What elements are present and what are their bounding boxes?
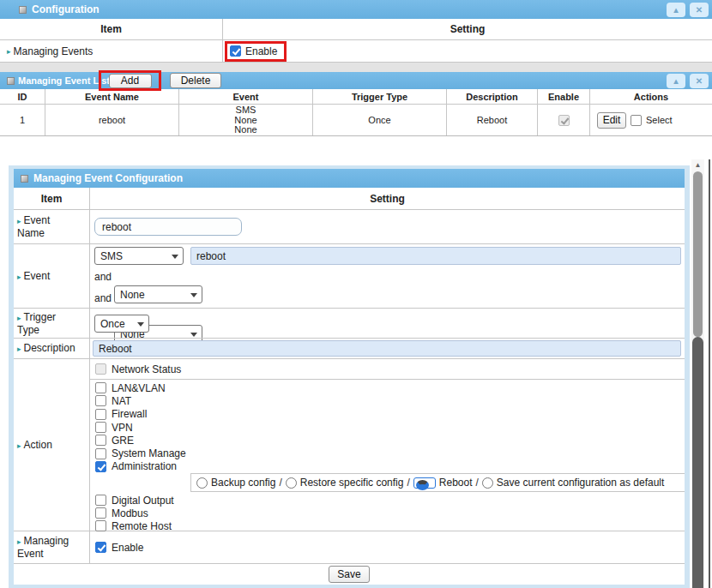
bullet-icon: ▸ <box>17 345 21 353</box>
firewall-checkbox[interactable] <box>95 409 106 420</box>
event-list-row: 1 reboot SMS None None Once Reboot Edit … <box>0 105 712 136</box>
save-row: Save <box>14 564 685 585</box>
action-label-cell: ▸Action <box>14 359 90 531</box>
reboot-radio[interactable] <box>413 477 436 489</box>
event-value-input[interactable]: reboot <box>190 247 681 265</box>
backup-config-label: Backup config <box>211 477 275 489</box>
delete-button[interactable]: Delete <box>170 73 221 88</box>
digital-output-label: Digital Output <box>112 495 174 507</box>
administration-options-row: Backup config / Restore specific config … <box>190 473 685 492</box>
row-id: 1 <box>0 105 45 135</box>
close-glyph: ✕ <box>696 76 703 86</box>
select-checkbox[interactable] <box>631 115 642 126</box>
event-config-table-header: Item Setting <box>14 188 685 210</box>
scrollbar-thumb[interactable] <box>693 171 703 337</box>
close-icon[interactable]: ✕ <box>690 3 709 17</box>
bullet-icon: ▸ <box>17 314 21 322</box>
collapse-icon[interactable]: ▴ <box>667 3 685 17</box>
config-col-item: Item <box>14 188 90 209</box>
action-tail-group: Digital Output Modbus Remote Host <box>90 493 685 531</box>
backup-config-radio[interactable] <box>196 477 208 489</box>
scroll-up-icon[interactable]: ▲ <box>691 159 704 171</box>
event-type-select[interactable]: SMS <box>94 247 184 265</box>
edit-button[interactable]: Edit <box>597 112 626 129</box>
col-id: ID <box>0 89 45 104</box>
event-name-label-cell: ▸Event Name <box>14 210 90 243</box>
trigger-type-select[interactable]: Once <box>94 315 149 333</box>
managing-events-enable-label: Enable <box>245 45 277 57</box>
system-manage-checkbox[interactable] <box>95 448 106 459</box>
lan-vlan-label: LAN&VLAN <box>112 382 166 394</box>
add-highlight-box: Add <box>99 70 161 91</box>
col-description: Description <box>447 89 538 104</box>
event-label-cell: ▸Event <box>14 244 90 308</box>
description-input[interactable]: Reboot <box>93 340 681 357</box>
network-status-checkbox <box>95 363 106 375</box>
managing-event-enable-checkbox[interactable] <box>95 542 106 553</box>
network-status-label: Network Status <box>112 363 181 375</box>
modbus-checkbox[interactable] <box>95 507 106 519</box>
panel-bullet-icon <box>21 175 28 183</box>
row-enable-checkbox <box>558 115 570 126</box>
system-manage-label: System Manage <box>112 447 186 459</box>
managing-events-enable-checkbox[interactable] <box>230 45 241 57</box>
save-button[interactable]: Save <box>329 566 370 583</box>
scrollbar-lower-bar[interactable] <box>692 337 703 588</box>
config-col-item: Item <box>0 19 223 39</box>
managing-event-label: Managing Event <box>17 535 69 560</box>
row-trigger-type: Once <box>313 105 447 135</box>
close-icon[interactable]: ✕ <box>690 74 709 88</box>
digital-output-checkbox[interactable] <box>95 495 106 506</box>
collapse-glyph: ▴ <box>673 5 678 15</box>
remote-host-label: Remote Host <box>112 520 172 532</box>
col-event: Event <box>179 89 313 104</box>
page: Configuration ▴ ✕ Item Setting ▸ Managin… <box>0 0 712 588</box>
enable-highlight-box: Enable <box>225 41 287 62</box>
save-default-label: Save current configuration as default <box>497 477 664 489</box>
scrollbar-track[interactable]: ▲ <box>691 159 704 588</box>
vpn-checkbox[interactable] <box>95 422 106 433</box>
config-row-managing-events: ▸ Managing Events Enable <box>0 40 712 63</box>
and-label-2: and <box>94 292 112 304</box>
collapse-icon[interactable]: ▴ <box>667 74 685 88</box>
add-button[interactable]: Add <box>109 74 152 88</box>
network-status-line: Network Status <box>90 359 685 380</box>
panel-bullet-icon <box>7 77 15 85</box>
col-trigger-type: Trigger Type <box>313 89 447 104</box>
action-label: Action <box>24 439 52 451</box>
row-description: Reboot <box>447 105 538 135</box>
event-list-title: Managing Event List <box>18 75 110 86</box>
firewall-label: Firewall <box>112 408 147 420</box>
row-action: ▸Action Network Status LAN&VLAN NAT Fire… <box>14 359 685 531</box>
modbus-label: Modbus <box>112 507 148 519</box>
remote-host-checkbox[interactable] <box>95 520 106 531</box>
event-name-input[interactable]: reboot <box>94 218 242 236</box>
managing-event-enable-label: Enable <box>112 542 143 554</box>
vpn-label: VPN <box>112 422 133 434</box>
row-event-name: reboot <box>45 105 179 135</box>
and-label-1: and <box>94 271 112 283</box>
bullet-icon: ▸ <box>17 273 21 281</box>
lan-vlan-checkbox[interactable] <box>95 382 106 393</box>
action-checkbox-group: LAN&VLAN NAT Firewall VPN GRE System Man… <box>90 380 685 473</box>
option-separator: / <box>407 477 409 489</box>
event-and-select-1[interactable]: None <box>114 285 202 303</box>
event-list-table-header: ID Event Name Event Trigger Type Descrip… <box>0 89 712 105</box>
restore-config-radio[interactable] <box>286 477 297 489</box>
nat-label: NAT <box>112 395 131 407</box>
config-col-setting: Setting <box>90 188 685 209</box>
save-default-radio[interactable] <box>482 477 493 489</box>
config-col-setting: Setting <box>223 19 712 39</box>
configuration-title: Configuration <box>32 3 100 15</box>
managing-events-setting-cell: Enable <box>223 40 712 62</box>
row-event-name: ▸Event Name reboot <box>14 210 685 244</box>
restore-config-label: Restore specific config <box>300 477 404 489</box>
option-separator: / <box>279 477 281 489</box>
row-trigger-type: ▸Trigger Type Once <box>14 309 685 339</box>
event-line-3: None <box>234 125 256 135</box>
gre-checkbox[interactable] <box>95 435 106 446</box>
configuration-header: Configuration ▴ ✕ <box>0 0 712 19</box>
administration-checkbox[interactable] <box>95 461 106 472</box>
nat-checkbox[interactable] <box>95 395 106 406</box>
row-event: SMS None None <box>179 105 313 135</box>
